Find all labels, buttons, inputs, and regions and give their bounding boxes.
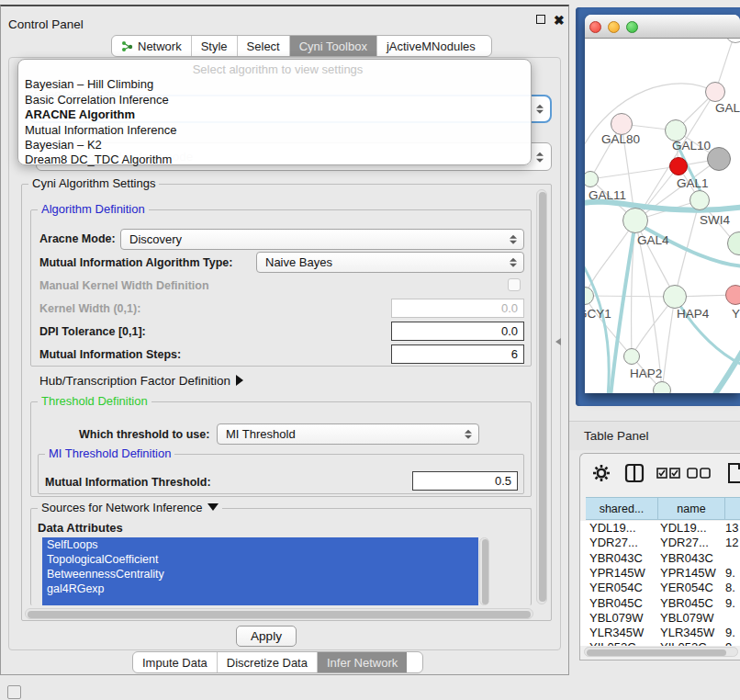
- select-all-checkboxes-icon[interactable]: [656, 468, 680, 481]
- stepper-icon: [536, 104, 544, 114]
- sources-title[interactable]: Sources for Network Inference: [38, 501, 222, 514]
- popup-placeholder: Select algorithm to view settings: [18, 62, 531, 77]
- stepper-icon: [510, 257, 518, 267]
- network-node-gal4[interactable]: [622, 208, 648, 233]
- control-panel-title: Control Panel: [8, 17, 84, 31]
- list-item-partial[interactable]: [42, 596, 478, 605]
- network-node-hap4[interactable]: [663, 285, 687, 309]
- network-node[interactable]: [653, 381, 671, 393]
- kernel-width-input[interactable]: 0.0: [391, 299, 524, 318]
- tab-select[interactable]: Select: [238, 36, 290, 56]
- hub-definition-expander[interactable]: Hub/Transcription Factor Definition: [39, 374, 243, 388]
- popup-item-bayesian-hill[interactable]: Bayesian – Hill Climbing: [18, 77, 531, 92]
- mi-steps-input[interactable]: 6: [391, 344, 524, 364]
- table-row[interactable]: YER054CYER054C8.: [580, 581, 740, 595]
- kernel-width-label: Kernel Width (0,1):: [39, 302, 140, 315]
- close-window-icon[interactable]: [589, 21, 601, 33]
- which-threshold-combobox[interactable]: MI Threshold: [217, 423, 479, 445]
- dpi-tolerance-input[interactable]: 0.0: [391, 322, 524, 341]
- stepper-icon: [536, 152, 544, 163]
- popup-item-aracne[interactable]: ARACNE Algorithm: [18, 107, 531, 122]
- node-label: HAP4: [677, 307, 709, 321]
- node-label: GAL80: [601, 132, 640, 146]
- zoom-window-icon[interactable]: [626, 21, 638, 33]
- popup-item-basic-correlation[interactable]: Basic Correlation Inference: [18, 93, 531, 107]
- list-item-gal4rgexp[interactable]: gal4RGexp: [42, 581, 478, 596]
- close-panel-icon[interactable]: ✖: [554, 14, 565, 27]
- tab-infer-network[interactable]: Infer Network: [318, 652, 407, 672]
- network-node-hap2[interactable]: [623, 348, 640, 365]
- splitpane-collapse-icon[interactable]: [555, 338, 561, 345]
- network-node[interactable]: [707, 147, 731, 171]
- stepper-icon: [510, 234, 518, 244]
- settings-hscrollbar-thumb[interactable]: [28, 611, 531, 618]
- floating-panel-icon[interactable]: [7, 685, 21, 699]
- settings-vscrollbar-track[interactable]: [536, 189, 547, 604]
- bottom-tabbar: Impute Data Discretize Data Infer Networ…: [132, 651, 423, 673]
- tab-network[interactable]: Network: [112, 36, 192, 56]
- mi-algorithm-type-label: Mutual Information Algorithm Type:: [39, 256, 232, 269]
- popup-item-bayesian-k2[interactable]: Bayesian – K2: [18, 138, 531, 152]
- table-panel-title: Table Panel: [584, 429, 649, 443]
- network-node-swi4[interactable]: [690, 190, 710, 210]
- popup-item-mutual-information[interactable]: Mutual Information Inference: [18, 123, 531, 138]
- network-node-gal[interactable]: [705, 82, 725, 102]
- settings-hscrollbar-track[interactable]: [25, 608, 533, 619]
- expand-right-icon: [236, 375, 243, 386]
- new-table-icon[interactable]: [727, 462, 740, 487]
- minimize-window-icon[interactable]: [608, 21, 620, 33]
- column-header-shared-name[interactable]: shared...: [586, 497, 658, 520]
- network-node-gal1-selected[interactable]: [669, 157, 688, 175]
- list-item-betweennesscentrality[interactable]: BetweennessCentrality: [42, 567, 478, 581]
- table-row[interactable]: YBL079WYBL079W: [580, 611, 740, 626]
- table-row[interactable]: YPR145WYPR145W9.: [580, 566, 740, 581]
- table-row[interactable]: YDR27...YDR27...12: [580, 536, 740, 550]
- list-item-topologicalcoefficient[interactable]: TopologicalCoefficient: [42, 552, 478, 567]
- mi-algorithm-type-combobox[interactable]: Naive Bayes: [256, 252, 524, 273]
- table-row[interactable]: YBR043CYBR043C: [580, 551, 740, 566]
- table-row[interactable]: YBR045CYBR045C9.: [580, 596, 740, 611]
- network-window-titlebar[interactable]: [585, 15, 740, 39]
- table-panel-window: shared... name YDL19...YDL19...13 YDR27.…: [579, 453, 740, 660]
- control-panel-tabbar: Network Style Select Cyni Toolbox jActiv…: [111, 35, 492, 57]
- aracne-mode-combobox[interactable]: Discovery: [120, 229, 524, 250]
- list-vscrollbar-thumb[interactable]: [482, 539, 488, 604]
- node-label: Y: [732, 307, 740, 321]
- apply-button[interactable]: Apply: [236, 626, 297, 647]
- table-row[interactable]: YIL052CYIL052C9: [580, 640, 740, 646]
- tab-style[interactable]: Style: [192, 36, 238, 56]
- popup-item-dream8[interactable]: Dream8 DC_TDC Algorithm: [18, 152, 531, 167]
- tab-impute-data[interactable]: Impute Data: [133, 652, 218, 672]
- column-header-clipped[interactable]: [725, 497, 740, 520]
- network-combo-stepper[interactable]: [533, 146, 550, 168]
- node-label: GAL4: [637, 233, 669, 247]
- table-hscrollbar-thumb[interactable]: [587, 649, 726, 656]
- show-columns-icon[interactable]: [624, 463, 645, 486]
- threshold-definition-title: Threshold Definition: [38, 394, 151, 408]
- table-row[interactable]: YDL19...YDL19...13: [580, 521, 740, 536]
- settings-vscrollbar-thumb[interactable]: [539, 192, 546, 602]
- dpi-tolerance-label: DPI Tolerance [0,1]:: [39, 325, 146, 338]
- float-panel-icon[interactable]: [536, 15, 545, 24]
- mi-threshold-definition-title: MI Threshold Definition: [45, 446, 174, 460]
- table-row[interactable]: YLR345WYLR345W9.: [580, 626, 740, 640]
- table-panel-bar: Table Panel: [569, 421, 740, 450]
- table-settings-gear-icon[interactable]: [592, 464, 611, 485]
- tab-discretize-data[interactable]: Discretize Data: [218, 652, 318, 672]
- network-node[interactable]: [725, 285, 740, 305]
- mi-threshold-label: Mutual Information Threshold:: [45, 476, 211, 489]
- network-canvas[interactable]: GAL GAL80 GAL10 GAL1 GAL11 SWI4 GAL4 GCY…: [585, 39, 740, 393]
- list-item-selfloops[interactable]: SelfLoops: [42, 537, 478, 552]
- node-label: GAL11: [589, 188, 626, 202]
- tab-cyni-toolbox[interactable]: Cyni Toolbox: [290, 36, 377, 56]
- list-vscrollbar-track[interactable]: [479, 537, 489, 605]
- control-panel-window: Control Panel ✖ Network Style Select Cyn…: [0, 5, 569, 675]
- manual-kernel-width-label: Manual Kernel Width Definition: [39, 279, 209, 292]
- deselect-all-checkboxes-icon[interactable]: [687, 468, 711, 481]
- table-hscrollbar-track[interactable]: [584, 647, 738, 657]
- mi-threshold-input[interactable]: 0.5: [412, 471, 518, 491]
- manual-kernel-width-checkbox[interactable]: [508, 278, 521, 291]
- column-header-name[interactable]: name: [658, 497, 725, 520]
- aracne-mode-label: Aracne Mode:: [39, 232, 116, 245]
- tab-jactivemnodules[interactable]: jActiveMNodules: [377, 36, 485, 56]
